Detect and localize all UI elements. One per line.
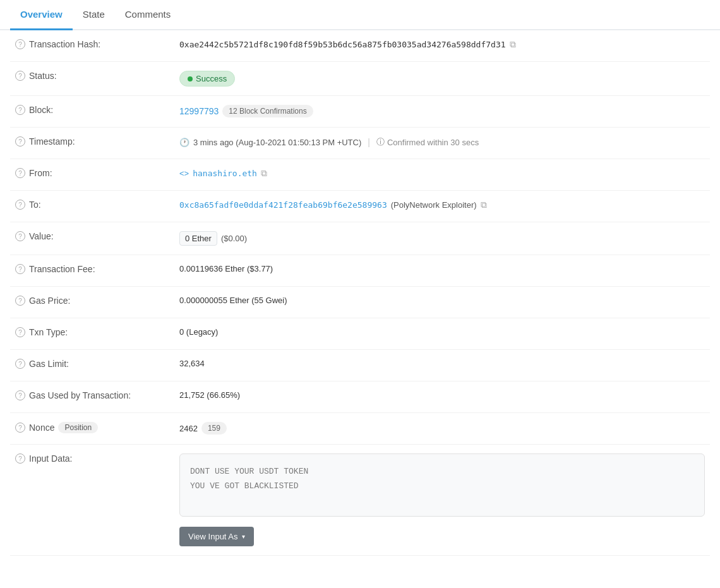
input-data-line1: DONT USE YOUR USDT TOKEN [190, 464, 694, 479]
timestamp-help-icon[interactable]: ? [15, 136, 25, 147]
view-input-label: View Input As [188, 532, 238, 541]
nonce-position-badge: Position [58, 422, 98, 433]
status-value-col: Success [179, 71, 705, 87]
gas-used-value-col: 21,752 (66.65%) [179, 390, 705, 400]
to-help-icon[interactable]: ? [15, 200, 25, 210]
from-value-col: <> hanashiro.eth ⧉ [179, 168, 705, 179]
gas-price-value: 0.000000055 Ether (55 Gwei) [179, 296, 287, 305]
view-input-button[interactable]: View Input As ▾ [179, 527, 254, 546]
separator: | [368, 137, 370, 147]
ether-badge: 0 Ether [179, 231, 217, 246]
value-row: ? Value: 0 Ether ($0.00) [10, 222, 710, 255]
timestamp-label-col: ? Timestamp: [15, 136, 179, 147]
tab-state[interactable]: State [73, 0, 115, 30]
from-label-col: ? From: [15, 168, 179, 178]
txn-type-row: ? Txn Type: 0 (Legacy) [10, 318, 710, 350]
txn-type-label: Txn Type: [29, 327, 68, 337]
tx-hash-row: ? Transaction Hash: 0xae2442c5b5721df8c1… [10, 30, 710, 62]
tx-fee-help-icon[interactable]: ? [15, 264, 25, 274]
txn-type-value: 0 (Legacy) [179, 327, 218, 337]
nonce-value: 2462 [179, 424, 198, 433]
to-label-col: ? To: [15, 200, 179, 210]
tx-hash-label: Transaction Hash: [29, 39, 100, 49]
to-copy-icon[interactable]: ⧉ [481, 200, 487, 210]
txn-type-help-icon[interactable]: ? [15, 327, 25, 337]
nonce-help-icon[interactable]: ? [15, 423, 25, 433]
timestamp-value-col: 🕐 3 mins ago (Aug-10-2021 01:50:13 PM +U… [179, 136, 705, 148]
from-row: ? From: <> hanashiro.eth ⧉ [10, 159, 710, 191]
input-data-help-icon[interactable]: ? [15, 453, 25, 464]
status-dot-icon [188, 76, 193, 81]
gas-price-label-col: ? Gas Price: [15, 296, 179, 306]
tx-hash-copy-icon[interactable]: ⧉ [510, 39, 516, 50]
to-tag: (PolyNetwork Exploiter) [391, 200, 477, 210]
value-help-icon[interactable]: ? [15, 231, 25, 241]
tx-hash-value: 0xae2442c5b5721df8c190fd8f59b53b6dc56a87… [179, 40, 506, 49]
tx-hash-help-icon[interactable]: ? [15, 39, 25, 49]
nonce-row: ? Nonce Position 2462 159 [10, 413, 710, 445]
input-data-label: Input Data: [29, 453, 73, 464]
chevron-down-icon: ▾ [242, 533, 245, 540]
gas-limit-help-icon[interactable]: ? [15, 359, 25, 369]
gas-price-value-col: 0.000000055 Ether (55 Gwei) [179, 296, 705, 305]
txn-type-value-col: 0 (Legacy) [179, 327, 705, 337]
gas-price-row: ? Gas Price: 0.000000055 Ether (55 Gwei) [10, 287, 710, 318]
gas-limit-value: 32,634 [179, 359, 205, 368]
status-row: ? Status: Success [10, 62, 710, 96]
block-label-col: ? Block: [15, 105, 179, 115]
to-address-link[interactable]: 0xc8a65fadf0e0ddaf421f28feab69bf6e2e5899… [179, 200, 387, 210]
timestamp-row: ? Timestamp: 🕐 3 mins ago (Aug-10-2021 0… [10, 128, 710, 159]
gas-used-value: 21,752 (66.65%) [179, 390, 240, 400]
status-help-icon[interactable]: ? [15, 71, 25, 81]
overview-content: ? Transaction Hash: 0xae2442c5b5721df8c1… [0, 30, 720, 556]
gas-limit-label: Gas Limit: [29, 359, 69, 369]
clock-icon: 🕐 [179, 138, 189, 147]
status-label-col: ? Status: [15, 71, 179, 81]
nonce-label: Nonce [29, 423, 54, 433]
input-data-row: ? Input Data: DONT USE YOUR USDT TOKEN Y… [10, 445, 710, 556]
from-help-icon[interactable]: ? [15, 168, 25, 178]
value-label-col: ? Value: [15, 231, 179, 241]
input-data-box: DONT USE YOUR USDT TOKEN YOU VE GOT BLAC… [179, 453, 705, 517]
tab-comments[interactable]: Comments [115, 0, 181, 30]
usd-value: ($0.00) [221, 234, 247, 243]
timestamp-label: Timestamp: [29, 136, 75, 147]
value-value-col: 0 Ether ($0.00) [179, 231, 705, 246]
input-data-value-col: DONT USE YOUR USDT TOKEN YOU VE GOT BLAC… [179, 453, 705, 546]
block-number-link[interactable]: 12997793 [179, 106, 219, 116]
gas-limit-label-col: ? Gas Limit: [15, 359, 179, 369]
from-code-icon: <> [179, 169, 189, 178]
input-data-line2: YOU VE GOT BLACKLISTED [190, 479, 694, 493]
to-label: To: [29, 200, 41, 210]
value-label: Value: [29, 231, 54, 241]
confirmed-label: Confirmed within 30 secs [387, 138, 479, 147]
block-value-col: 12997793 12 Block Confirmations [179, 105, 705, 117]
input-data-label-col: ? Input Data: [15, 453, 179, 464]
tabs-container: Overview State Comments [0, 0, 720, 30]
gas-used-help-icon[interactable]: ? [15, 390, 25, 400]
info-icon: ⓘ [376, 136, 385, 148]
block-help-icon[interactable]: ? [15, 105, 25, 115]
status-label: Status: [29, 71, 57, 81]
timestamp-text: 3 mins ago (Aug-10-2021 01:50:13 PM +UTC… [193, 138, 361, 147]
from-address-link[interactable]: hanashiro.eth [193, 169, 257, 178]
from-copy-icon[interactable]: ⧉ [261, 168, 267, 179]
tx-fee-value: 0.00119636 Ether ($3.77) [179, 264, 273, 273]
tx-fee-row: ? Transaction Fee: 0.00119636 Ether ($3.… [10, 255, 710, 287]
nonce-label-col: ? Nonce Position [15, 422, 179, 433]
tab-overview[interactable]: Overview [10, 0, 73, 30]
nonce-value-col: 2462 159 [179, 422, 705, 435]
block-row: ? Block: 12997793 12 Block Confirmations [10, 96, 710, 128]
to-row: ? To: 0xc8a65fadf0e0ddaf421f28feab69bf6e… [10, 191, 710, 222]
gas-limit-value-col: 32,634 [179, 359, 705, 368]
gas-limit-row: ? Gas Limit: 32,634 [10, 350, 710, 381]
gas-used-row: ? Gas Used by Transaction: 21,752 (66.65… [10, 381, 710, 413]
tx-fee-label: Transaction Fee: [29, 264, 95, 274]
txn-type-label-col: ? Txn Type: [15, 327, 179, 337]
status-badge: Success [179, 71, 235, 87]
gas-used-label-col: ? Gas Used by Transaction: [15, 390, 179, 400]
tx-hash-value-col: 0xae2442c5b5721df8c190fd8f59b53b6dc56a87… [179, 39, 705, 50]
confirmations-badge: 12 Block Confirmations [222, 105, 313, 117]
nonce-position-value: 159 [201, 422, 227, 435]
gas-price-help-icon[interactable]: ? [15, 296, 25, 306]
